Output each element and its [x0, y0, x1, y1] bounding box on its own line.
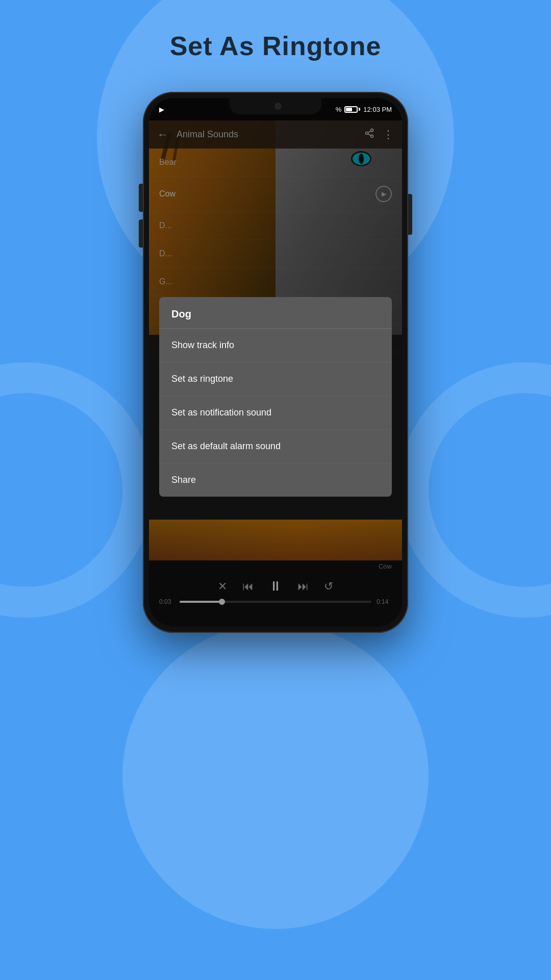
share-item[interactable]: Share — [159, 463, 392, 497]
set-as-notification-item[interactable]: Set as notification sound — [159, 396, 392, 430]
bg-circle-bottom — [122, 623, 429, 929]
battery-icon — [344, 106, 360, 113]
signal-indicator: % — [336, 106, 342, 113]
notch — [230, 98, 321, 114]
show-track-info-item[interactable]: Show track info — [159, 329, 392, 362]
vol-up-button — [139, 184, 143, 212]
bg-arc-left — [0, 362, 153, 618]
power-button — [408, 194, 412, 235]
status-left: ▶ — [159, 106, 164, 113]
time-display: 12:03 PM — [363, 106, 392, 113]
context-overlay[interactable]: Dog Show track info Set as ringtone Set … — [149, 98, 402, 627]
phone-mockup: ▶ % 12:03 PM — [143, 92, 408, 633]
front-camera — [274, 103, 282, 110]
bg-arc-right — [398, 362, 551, 618]
battery-body — [344, 106, 358, 113]
context-menu-title: Dog — [159, 297, 392, 329]
page-title: Set As Ringtone — [170, 31, 382, 61]
phone-outer: ▶ % 12:03 PM — [143, 92, 408, 633]
app-content: ← Animal Sounds ⋮ Bear — [149, 98, 402, 627]
status-icon: ▶ — [159, 106, 164, 113]
context-menu: Dog Show track info Set as ringtone Set … — [159, 297, 392, 497]
battery-fill — [346, 108, 352, 111]
status-right: % 12:03 PM — [336, 106, 392, 113]
battery-cap — [359, 108, 360, 111]
status-bar: ▶ % 12:03 PM — [149, 98, 402, 120]
phone-screen: ▶ % 12:03 PM — [149, 98, 402, 627]
set-as-alarm-item[interactable]: Set as default alarm sound — [159, 430, 392, 463]
vol-down-button — [139, 219, 143, 248]
set-as-ringtone-item[interactable]: Set as ringtone — [159, 362, 392, 396]
